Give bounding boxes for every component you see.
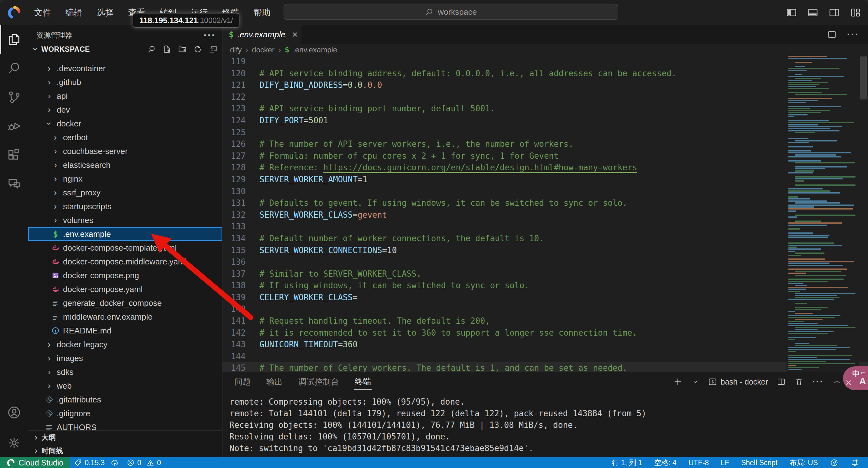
toggle-sidebar-icon[interactable] [786,7,797,18]
tree-item-images[interactable]: ›images [28,351,222,365]
feedback-icon[interactable] [826,457,842,468]
breadcrumb-dify[interactable]: dify [230,46,242,54]
panel-tab-3[interactable]: 调试控制台 [298,372,340,391]
minimap[interactable] [786,56,859,372]
tree-item-dev[interactable]: ›dev [28,103,222,117]
split-editor-icon[interactable] [827,29,837,39]
tree-item-generate_docker_compose[interactable]: generate_docker_compose [28,296,222,310]
menu-edit[interactable]: 编辑 [58,0,90,25]
tree-item-sdks[interactable]: ›sdks [28,365,222,379]
keyboard-layout-item[interactable]: 布局: US [785,457,822,468]
code-line-141: 141# Request handling timeout. The defau… [222,315,868,327]
comments-icon[interactable] [0,169,28,198]
tree-item-startupscripts[interactable]: ›startupscripts [28,200,222,213]
menu-file[interactable]: 文件 [27,0,58,25]
maximize-panel-icon[interactable] [832,377,842,386]
toggle-panel-icon[interactable] [807,7,818,18]
tree-item-AUTHORS[interactable]: AUTHORS [28,420,222,430]
scrollbar-slider[interactable] [860,56,867,99]
tree-item-web[interactable]: ›web [28,379,222,393]
run-debug-icon[interactable] [0,112,28,141]
indentation-item[interactable]: 空格: 4 [650,457,680,468]
tree-item-docker-compose.png[interactable]: docker-compose.png [28,268,222,282]
tree-item-docker-compose-template.yaml[interactable]: docker-compose-template.yaml [28,241,222,255]
tree-item-label: docker-compose.middleware.yaml [63,257,186,267]
tree-item-README.md[interactable]: README.md [28,324,222,338]
eol-item[interactable]: LF [717,457,733,468]
explorer-icon[interactable] [0,25,28,54]
tree-item-docker-compose.yaml[interactable]: docker-compose.yaml [28,282,222,296]
tree-item-docker[interactable]: ›docker [28,117,222,130]
new-file-icon[interactable] [162,45,172,54]
error-count: 0 [137,459,141,467]
tree-item-.gitignore[interactable]: .gitignore [28,407,222,420]
timeline-section[interactable]: › 时间线 [28,444,222,457]
close-tab-icon[interactable]: × [292,29,298,40]
problems-item[interactable]: 0 0 [123,457,165,468]
source-control-icon[interactable] [0,83,28,112]
code-editor[interactable]: 119120# API service binding address, def… [222,56,868,372]
terminal-output[interactable]: remote: Compressing objects: 100% (95/95… [222,391,868,454]
outline-section[interactable]: › 大纲 [28,430,222,444]
line-number: 142 [222,327,246,339]
language-mode-item[interactable]: Shell Script [737,457,781,468]
terminal-dropdown-icon[interactable] [691,378,700,386]
translate-fab[interactable]: 中 ⌐ A × [843,367,868,390]
tree-item-.env.example[interactable]: $.env.example [28,227,222,241]
panel-tab-2[interactable]: 输出 [266,372,283,391]
new-folder-icon[interactable] [178,45,187,54]
settings-gear-icon[interactable] [0,429,28,457]
tree-item-middleware.env.example[interactable]: middleware.env.example [28,310,222,324]
menu-selection[interactable]: 选择 [90,0,121,25]
tree-item-.gitattributes[interactable]: .gitattributes [28,393,222,407]
editor-more-actions-icon[interactable]: ··· [847,29,859,40]
search-sidebar-icon[interactable] [0,54,28,83]
extensions-icon[interactable] [0,141,28,169]
terminal-line: Receiving objects: 100% (144101/144101),… [229,419,868,431]
workspace-section-header[interactable]: › WORKSPACE [28,41,222,58]
editor-scrollbar[interactable] [859,56,868,372]
notifications-bell-icon[interactable] [847,457,863,468]
breadcrumb-file[interactable]: .env.example [293,46,337,54]
account-icon[interactable] [0,400,28,429]
version-item[interactable]: 0.15.3 [70,457,123,468]
customize-layout-icon[interactable] [850,7,861,18]
code-line-120: 120# API service binding address, defaul… [222,68,868,80]
code-line-133: 133 [222,221,868,233]
tree-item-ssrf_proxy[interactable]: ›ssrf_proxy [28,186,222,200]
chevron-right-icon: › [51,146,60,156]
panel-tab-1[interactable]: 问题 [234,372,251,391]
tree-item-docker-compose.middleware.yaml[interactable]: docker-compose.middleware.yaml [28,255,222,268]
line-number: 134 [222,233,246,245]
tree-item-elasticsearch[interactable]: ›elasticsearch [28,158,222,172]
collapse-all-icon[interactable] [208,45,218,54]
toggle-secondary-sidebar-icon[interactable] [829,7,840,18]
panel-more-actions-icon[interactable]: ··· [812,377,824,387]
tab-bar: $ .env.example × ··· [222,25,868,44]
tree-item-api[interactable]: ›api [28,89,222,103]
tree-item-docker-legacy[interactable]: ›docker-legacy [28,338,222,351]
search-files-icon[interactable] [147,45,156,54]
encoding-item[interactable]: UTF-8 [685,457,713,468]
tree-item-nginx[interactable]: ›nginx [28,172,222,186]
cursor-position-item[interactable]: 行 1, 列 1 [608,457,646,468]
command-center-search[interactable]: workspace [284,4,618,20]
close-translate-icon[interactable]: × [845,377,852,388]
split-terminal-icon[interactable] [776,377,786,386]
tree-item-.github[interactable]: ›.github [28,75,222,89]
new-terminal-icon[interactable] [673,377,683,387]
refresh-icon[interactable] [193,45,203,54]
tree-item-label: AUTHORS [57,422,96,431]
breadcrumb-docker[interactable]: docker [252,46,275,54]
terminal-instance-item[interactable]: $ bash - docker [708,377,768,386]
menu-help[interactable]: 帮助 [246,0,278,25]
tab-env-example[interactable]: $ .env.example × [222,25,302,44]
tree-item-volumes[interactable]: ›volumes [28,213,222,227]
tree-item-certbot[interactable]: ›certbot [28,130,222,144]
panel-tab-4[interactable]: 终端 [354,372,372,391]
kill-terminal-icon[interactable] [794,377,804,386]
explorer-more-actions-icon[interactable]: ··· [204,30,216,40]
tree-item-.devcontainer[interactable]: ›.devcontainer [28,61,222,75]
tree-item-couchbase-server[interactable]: ›couchbase-server [28,144,222,158]
cloud-studio-badge[interactable]: Cloud Studio [0,457,70,468]
